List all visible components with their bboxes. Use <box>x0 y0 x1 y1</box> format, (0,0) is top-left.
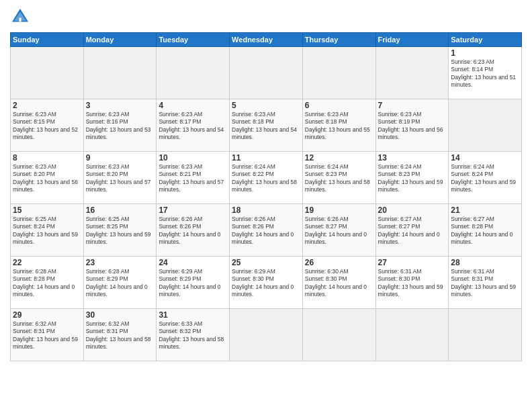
page-container: SundayMondayTuesdayWednesdayThursdayFrid… <box>0 0 532 411</box>
calendar-cell: 10Sunrise: 6:23 AMSunset: 8:21 PMDayligh… <box>157 152 230 204</box>
calendar-cell: 7Sunrise: 6:23 AMSunset: 8:19 PMDaylight… <box>375 99 449 152</box>
calendar-cell <box>157 47 230 99</box>
calendar-cell: 6Sunrise: 6:23 AMSunset: 8:18 PMDaylight… <box>302 99 375 152</box>
weekday-header-row: SundayMondayTuesdayWednesdayThursdayFrid… <box>11 33 522 47</box>
day-number: 26 <box>305 258 373 267</box>
day-info: Sunrise: 6:28 AMSunset: 8:28 PMDaylight:… <box>13 268 81 299</box>
day-number: 3 <box>86 101 154 110</box>
calendar-cell: 25Sunrise: 6:29 AMSunset: 8:30 PMDayligh… <box>230 257 303 309</box>
day-info: Sunrise: 6:31 AMSunset: 8:30 PMDaylight:… <box>378 268 447 299</box>
day-info: Sunrise: 6:23 AMSunset: 8:21 PMDaylight:… <box>159 163 227 194</box>
day-info: Sunrise: 6:26 AMSunset: 8:26 PMDaylight:… <box>159 216 227 246</box>
calendar-cell <box>230 47 303 99</box>
day-number: 27 <box>378 258 447 267</box>
day-info: Sunrise: 6:24 AMSunset: 8:24 PMDaylight:… <box>451 163 519 194</box>
calendar-cell <box>11 47 84 99</box>
day-info: Sunrise: 6:24 AMSunset: 8:23 PMDaylight:… <box>305 163 373 194</box>
calendar-cell <box>375 309 449 361</box>
day-info: Sunrise: 6:25 AMSunset: 8:24 PMDaylight:… <box>13 216 81 246</box>
calendar-cell: 9Sunrise: 6:23 AMSunset: 8:20 PMDaylight… <box>83 152 157 204</box>
day-info: Sunrise: 6:29 AMSunset: 8:30 PMDaylight:… <box>232 268 300 299</box>
calendar-cell <box>375 47 449 99</box>
weekday-header-saturday: Saturday <box>449 33 522 47</box>
day-number: 21 <box>451 205 519 215</box>
day-info: Sunrise: 6:23 AMSunset: 8:20 PMDaylight:… <box>86 163 154 194</box>
calendar-cell: 12Sunrise: 6:24 AMSunset: 8:23 PMDayligh… <box>302 152 375 204</box>
day-info: Sunrise: 6:28 AMSunset: 8:29 PMDaylight:… <box>86 268 154 299</box>
day-number: 15 <box>13 205 81 215</box>
day-number: 9 <box>86 153 154 163</box>
calendar-cell <box>449 309 522 361</box>
calendar-cell <box>230 309 303 361</box>
weekday-header-wednesday: Wednesday <box>230 33 303 47</box>
day-info: Sunrise: 6:23 AMSunset: 8:18 PMDaylight:… <box>305 111 373 142</box>
day-info: Sunrise: 6:23 AMSunset: 8:14 PMDaylight:… <box>451 58 519 89</box>
weekday-header-thursday: Thursday <box>302 33 375 47</box>
day-info: Sunrise: 6:32 AMSunset: 8:31 PMDaylight:… <box>86 320 154 351</box>
svg-rect-2 <box>19 18 21 22</box>
day-number: 8 <box>13 153 81 163</box>
calendar-cell: 1Sunrise: 6:23 AMSunset: 8:14 PMDaylight… <box>449 47 522 99</box>
weekday-header-tuesday: Tuesday <box>157 33 230 47</box>
day-info: Sunrise: 6:25 AMSunset: 8:25 PMDaylight:… <box>86 216 154 246</box>
calendar-cell: 26Sunrise: 6:30 AMSunset: 8:30 PMDayligh… <box>302 257 375 309</box>
calendar-cell: 22Sunrise: 6:28 AMSunset: 8:28 PMDayligh… <box>11 257 84 309</box>
day-number: 5 <box>232 101 300 110</box>
page-header <box>10 7 522 27</box>
calendar-cell: 4Sunrise: 6:23 AMSunset: 8:17 PMDaylight… <box>157 99 230 152</box>
day-info: Sunrise: 6:30 AMSunset: 8:30 PMDaylight:… <box>305 268 373 299</box>
day-number: 11 <box>232 153 300 163</box>
calendar-cell: 5Sunrise: 6:23 AMSunset: 8:18 PMDaylight… <box>230 99 303 152</box>
logo-icon <box>10 7 30 27</box>
day-info: Sunrise: 6:23 AMSunset: 8:15 PMDaylight:… <box>13 111 81 142</box>
calendar-cell <box>302 47 375 99</box>
calendar-cell: 19Sunrise: 6:26 AMSunset: 8:27 PMDayligh… <box>302 204 375 257</box>
day-number: 18 <box>232 205 300 215</box>
day-number: 19 <box>305 205 373 215</box>
day-number: 7 <box>378 101 447 110</box>
day-number: 22 <box>13 258 81 267</box>
day-info: Sunrise: 6:29 AMSunset: 8:29 PMDaylight:… <box>159 268 227 299</box>
day-info: Sunrise: 6:23 AMSunset: 8:18 PMDaylight:… <box>232 111 300 142</box>
day-info: Sunrise: 6:32 AMSunset: 8:31 PMDaylight:… <box>13 320 81 351</box>
day-number: 23 <box>86 258 154 267</box>
day-number: 28 <box>451 258 519 267</box>
calendar-cell: 21Sunrise: 6:27 AMSunset: 8:28 PMDayligh… <box>449 204 522 257</box>
day-number: 20 <box>378 205 447 215</box>
calendar-cell: 11Sunrise: 6:24 AMSunset: 8:22 PMDayligh… <box>230 152 303 204</box>
day-info: Sunrise: 6:23 AMSunset: 8:20 PMDaylight:… <box>13 163 81 194</box>
day-info: Sunrise: 6:26 AMSunset: 8:26 PMDaylight:… <box>232 216 300 246</box>
day-info: Sunrise: 6:23 AMSunset: 8:19 PMDaylight:… <box>378 111 447 142</box>
calendar-cell: 23Sunrise: 6:28 AMSunset: 8:29 PMDayligh… <box>83 257 157 309</box>
day-info: Sunrise: 6:24 AMSunset: 8:23 PMDaylight:… <box>378 163 447 194</box>
calendar-cell: 29Sunrise: 6:32 AMSunset: 8:31 PMDayligh… <box>11 309 84 361</box>
weekday-header-sunday: Sunday <box>11 33 84 47</box>
day-number: 24 <box>159 258 227 267</box>
day-number: 30 <box>86 310 154 320</box>
logo <box>10 7 33 27</box>
calendar-cell: 17Sunrise: 6:26 AMSunset: 8:26 PMDayligh… <box>157 204 230 257</box>
calendar-cell: 20Sunrise: 6:27 AMSunset: 8:27 PMDayligh… <box>375 204 449 257</box>
calendar-cell: 31Sunrise: 6:33 AMSunset: 8:32 PMDayligh… <box>157 309 230 361</box>
day-number: 2 <box>13 101 81 110</box>
day-number: 13 <box>378 153 447 163</box>
day-number: 31 <box>159 310 227 320</box>
calendar-cell: 16Sunrise: 6:25 AMSunset: 8:25 PMDayligh… <box>83 204 157 257</box>
day-number: 10 <box>159 153 227 163</box>
day-info: Sunrise: 6:33 AMSunset: 8:32 PMDaylight:… <box>159 320 227 351</box>
day-info: Sunrise: 6:27 AMSunset: 8:27 PMDaylight:… <box>378 216 447 246</box>
day-info: Sunrise: 6:23 AMSunset: 8:17 PMDaylight:… <box>159 111 227 142</box>
day-number: 29 <box>13 310 81 320</box>
calendar-cell: 18Sunrise: 6:26 AMSunset: 8:26 PMDayligh… <box>230 204 303 257</box>
calendar-cell <box>83 47 157 99</box>
day-number: 16 <box>86 205 154 215</box>
calendar-week-1: 1Sunrise: 6:23 AMSunset: 8:14 PMDaylight… <box>11 47 522 99</box>
calendar-cell: 28Sunrise: 6:31 AMSunset: 8:31 PMDayligh… <box>449 257 522 309</box>
weekday-header-friday: Friday <box>375 33 449 47</box>
weekday-header-monday: Monday <box>83 33 157 47</box>
calendar-cell: 24Sunrise: 6:29 AMSunset: 8:29 PMDayligh… <box>157 257 230 309</box>
day-number: 1 <box>451 48 519 58</box>
day-number: 17 <box>159 205 227 215</box>
calendar-week-5: 22Sunrise: 6:28 AMSunset: 8:28 PMDayligh… <box>11 257 522 309</box>
calendar-cell: 13Sunrise: 6:24 AMSunset: 8:23 PMDayligh… <box>375 152 449 204</box>
